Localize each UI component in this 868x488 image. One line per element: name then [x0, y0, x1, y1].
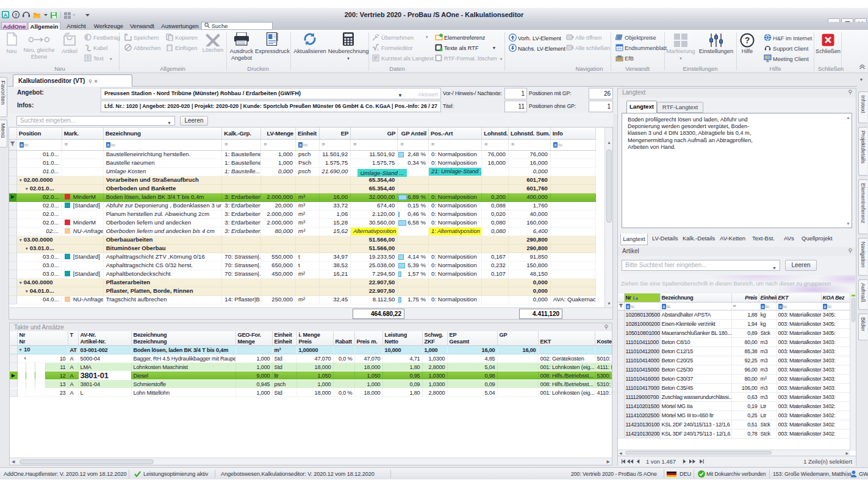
svg-text:x: x — [377, 48, 379, 51]
svg-text:A: A — [4, 12, 8, 18]
svg-text:?: ? — [15, 12, 18, 18]
svg-text:?: ? — [745, 35, 750, 45]
svg-text:T: T — [87, 56, 90, 61]
